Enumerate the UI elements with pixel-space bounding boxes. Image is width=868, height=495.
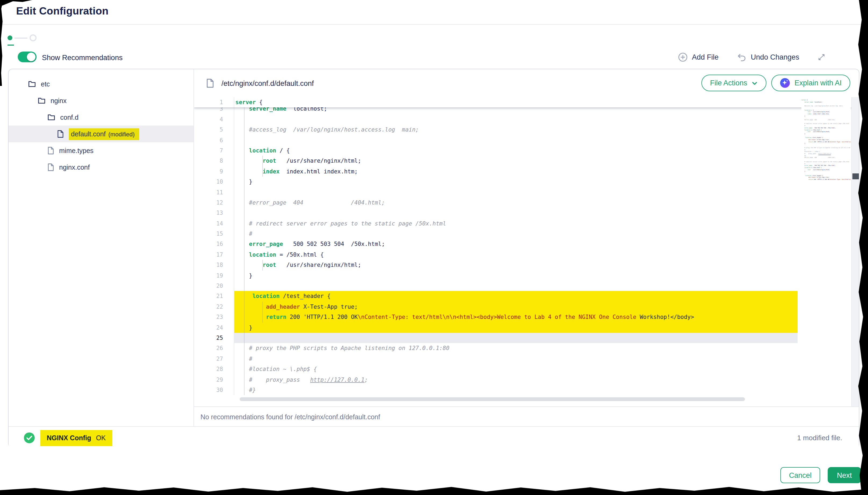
line-number: 25 xyxy=(194,333,234,343)
line-number: 26 xyxy=(194,343,234,354)
code-line-23[interactable]: 23 return 200 'HTTP/1.1 200 OK\nContent-… xyxy=(194,312,859,322)
code-line-17[interactable]: 17 location = /50x.html { xyxy=(194,250,859,260)
explain-with-ai-button[interactable]: Explain with AI xyxy=(771,75,850,91)
undo-changes-button[interactable]: Undo Changes xyxy=(737,53,799,62)
line-number: 30 xyxy=(194,385,234,395)
code-line-20[interactable]: 20 xyxy=(194,281,859,291)
file-icon xyxy=(206,79,214,88)
code-line-29[interactable]: 29 # proxy_pass http://127.0.0.1; xyxy=(194,374,859,385)
vertical-scrollbar[interactable] xyxy=(851,97,859,406)
top-actions: Add File Undo Changes xyxy=(678,52,825,63)
code-line-19[interactable]: 19 } xyxy=(194,270,859,281)
folder-icon xyxy=(38,97,46,105)
code-line-8[interactable]: 8 root /usr/share/nginx/html; xyxy=(194,156,859,167)
file-path-text: /etc/nginx/conf.d/default.conf xyxy=(222,79,314,87)
code-line-10[interactable]: 10 } xyxy=(194,177,859,187)
code-line-13[interactable]: 13 xyxy=(194,208,859,219)
screenshot-torn-edge-bottom xyxy=(0,484,868,495)
code-editor[interactable]: 3 server_name localhost;45 #access_log /… xyxy=(194,97,859,406)
file-actions-label: File Actions xyxy=(710,79,747,87)
tree-item-etc[interactable]: etc xyxy=(9,76,194,92)
editor-minimap[interactable]: server { server_name localhost; #access_… xyxy=(801,99,851,185)
code-line-1[interactable]: 1server { xyxy=(194,97,859,108)
expand-icon xyxy=(818,53,825,61)
code-line-15[interactable]: 15 # xyxy=(194,229,859,239)
code-line-14[interactable]: 14 # redirect server error pages to the … xyxy=(194,218,859,229)
nginx-config-status-badge: NGINX Config OK xyxy=(40,430,112,446)
line-number: 4 xyxy=(194,114,234,125)
line-number: 6 xyxy=(194,135,234,146)
check-circle-icon xyxy=(24,432,35,443)
tree-item-conf-d[interactable]: conf.d xyxy=(9,109,194,126)
line-number: 7 xyxy=(194,146,234,156)
stepper-step-1-active[interactable] xyxy=(7,35,12,40)
code-line-16[interactable]: 16 error_page 500 502 503 504 /50x.html; xyxy=(194,239,859,250)
tree-item-default-conf[interactable]: default.conf(modified) xyxy=(9,126,194,142)
editor-pane: /etc/nginx/conf.d/default.conf File Acti… xyxy=(194,69,859,426)
code-line-4[interactable]: 4 xyxy=(194,114,859,125)
code-line-21[interactable]: 21 location /test_header { xyxy=(194,291,859,302)
tree-item-label: default.conf xyxy=(71,130,105,138)
modified-file-highlight: default.conf(modified) xyxy=(69,128,139,140)
line-number: 20 xyxy=(194,281,234,291)
stepper-active-dash xyxy=(7,45,14,46)
stepper-step-2[interactable] xyxy=(30,34,36,41)
file-icon xyxy=(47,163,54,171)
undo-icon xyxy=(737,53,747,62)
tree-item-label: etc xyxy=(41,80,50,88)
code-line-9[interactable]: 9 index index.html index.htm; xyxy=(194,166,859,177)
tree-item-mime-types[interactable]: mime.types xyxy=(9,142,194,159)
line-number: 1 xyxy=(194,97,234,108)
line-number: 17 xyxy=(194,250,234,260)
show-recommendations-label: Show Recommendations xyxy=(42,54,122,62)
line-number: 23 xyxy=(194,312,234,322)
add-file-label: Add File xyxy=(692,53,719,61)
tree-item-nginx-conf[interactable]: nginx.conf xyxy=(9,159,194,175)
nginx-config-value: OK xyxy=(96,434,105,442)
code-line-22[interactable]: 22 add_header X-Test-App true; xyxy=(194,302,859,312)
dialog-edit-configuration: Edit Configuration Show Recommendations … xyxy=(0,0,868,495)
tree-item-label: nginx xyxy=(50,97,67,104)
code-line-28[interactable]: 28 #location ~ \.php$ { xyxy=(194,364,859,374)
next-button[interactable]: Next xyxy=(828,467,861,483)
line-number: 16 xyxy=(194,239,234,250)
cancel-button[interactable]: Cancel xyxy=(781,467,820,483)
stepper xyxy=(7,34,36,41)
tree-item-label: mime.types xyxy=(59,147,94,154)
line-number: 11 xyxy=(194,187,234,198)
code-line-5[interactable]: 5 #access_log /var/log/nginx/host.access… xyxy=(194,124,859,135)
code-line-27[interactable]: 27 # xyxy=(194,354,859,364)
code-line-12[interactable]: 12 #error_page 404 /404.html; xyxy=(194,198,859,208)
horizontal-scrollbar[interactable] xyxy=(240,397,745,401)
file-path: /etc/nginx/conf.d/default.conf xyxy=(206,79,314,88)
vertical-scrollbar-thumb[interactable] xyxy=(852,173,859,179)
line-number: 22 xyxy=(194,302,234,312)
line-number: 28 xyxy=(194,364,234,374)
code-line-7[interactable]: 7 location / { xyxy=(194,146,859,156)
header-divider xyxy=(0,24,868,25)
code-line-24[interactable]: 24 } xyxy=(194,322,859,333)
show-recommendations-toggle[interactable] xyxy=(18,52,36,62)
modified-files-count: 1 modified file. xyxy=(797,434,842,442)
undo-changes-label: Undo Changes xyxy=(751,53,799,61)
tree-item-label: nginx.conf xyxy=(59,164,90,171)
add-file-button[interactable]: Add File xyxy=(678,53,719,62)
line-number: 14 xyxy=(194,218,234,229)
file-icon xyxy=(47,147,54,155)
code-line-11[interactable]: 11 xyxy=(194,187,859,198)
file-actions-button[interactable]: File Actions xyxy=(701,75,766,91)
code-line-26[interactable]: 26 # proxy the PHP scripts to Apache lis… xyxy=(194,343,859,354)
code-line-6[interactable]: 6 xyxy=(194,135,859,146)
tree-item-label: conf.d xyxy=(60,114,79,121)
line-number: 15 xyxy=(194,229,234,239)
code-line-18[interactable]: 18 root /usr/share/nginx/html; xyxy=(194,260,859,271)
code-line-25[interactable]: 25 xyxy=(194,333,859,343)
tree-item-nginx[interactable]: nginx xyxy=(9,92,194,109)
line-number: 10 xyxy=(194,177,234,187)
chevron-down-icon xyxy=(751,80,758,86)
expand-button[interactable] xyxy=(818,53,825,61)
code-line-30[interactable]: 30 #} xyxy=(194,385,859,395)
line-number: 5 xyxy=(194,124,234,135)
toggle-knob xyxy=(27,53,35,61)
line-number: 12 xyxy=(194,198,234,208)
